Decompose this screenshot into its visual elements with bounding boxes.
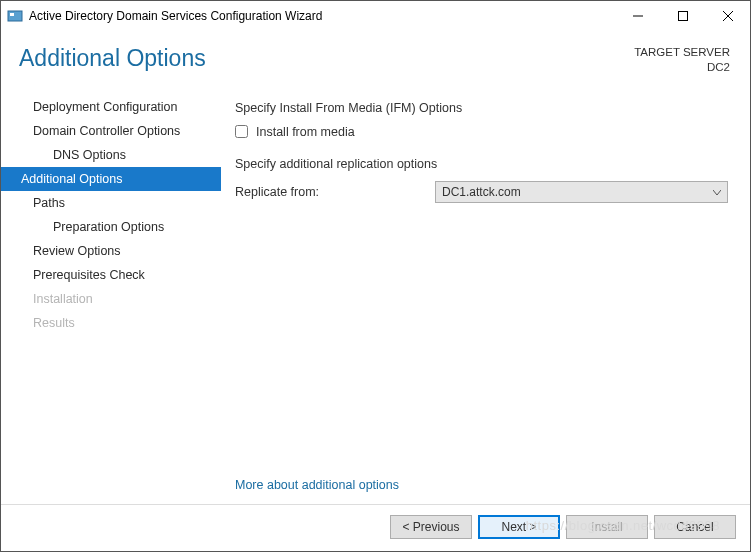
cancel-button[interactable]: Cancel	[654, 515, 736, 539]
target-server: TARGET SERVER DC2	[634, 45, 730, 75]
nav-installation: Installation	[1, 287, 221, 311]
previous-button[interactable]: < Previous	[390, 515, 472, 539]
target-server-value: DC2	[634, 60, 730, 75]
nav-domain-controller-options[interactable]: Domain Controller Options	[1, 119, 221, 143]
svg-rect-3	[678, 12, 687, 21]
nav-preparation-options[interactable]: Preparation Options	[1, 215, 221, 239]
nav-review-options[interactable]: Review Options	[1, 239, 221, 263]
nav-results: Results	[1, 311, 221, 335]
content: Specify Install From Media (IFM) Options…	[221, 83, 750, 504]
replicate-from-value: DC1.attck.com	[442, 185, 521, 199]
install-from-media-label[interactable]: Install from media	[256, 125, 355, 139]
nav-deployment-configuration[interactable]: Deployment Configuration	[1, 95, 221, 119]
svg-rect-1	[10, 13, 14, 16]
header: Additional Options TARGET SERVER DC2	[1, 31, 750, 83]
replication-heading: Specify additional replication options	[235, 157, 728, 171]
window-title: Active Directory Domain Services Configu…	[29, 9, 615, 23]
replicate-from-label: Replicate from:	[235, 185, 435, 199]
chevron-down-icon	[713, 185, 721, 199]
page-title: Additional Options	[19, 45, 634, 75]
close-button[interactable]	[705, 1, 750, 31]
minimize-button[interactable]	[615, 1, 660, 31]
nav-prerequisites-check[interactable]: Prerequisites Check	[1, 263, 221, 287]
titlebar: Active Directory Domain Services Configu…	[1, 1, 750, 31]
nav-dns-options[interactable]: DNS Options	[1, 143, 221, 167]
next-button[interactable]: Next >	[478, 515, 560, 539]
nav-paths[interactable]: Paths	[1, 191, 221, 215]
target-server-label: TARGET SERVER	[634, 45, 730, 60]
maximize-button[interactable]	[660, 1, 705, 31]
install-button: Install	[566, 515, 648, 539]
ifm-heading: Specify Install From Media (IFM) Options	[235, 101, 728, 115]
nav-additional-options[interactable]: Additional Options	[1, 167, 221, 191]
sidebar: Deployment Configuration Domain Controll…	[1, 83, 221, 504]
install-from-media-checkbox[interactable]	[235, 125, 248, 138]
footer: < Previous Next > Install Cancel https:/…	[1, 504, 750, 551]
app-icon	[7, 8, 23, 24]
replicate-from-dropdown[interactable]: DC1.attck.com	[435, 181, 728, 203]
more-about-link[interactable]: More about additional options	[235, 478, 728, 492]
